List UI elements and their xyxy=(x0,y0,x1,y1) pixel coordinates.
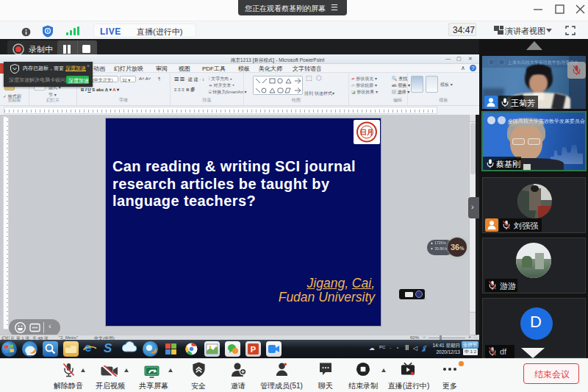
svg-text:?: ? xyxy=(472,65,475,71)
svg-text:P: P xyxy=(251,345,256,354)
svg-text:日月: 日月 xyxy=(360,129,373,136)
